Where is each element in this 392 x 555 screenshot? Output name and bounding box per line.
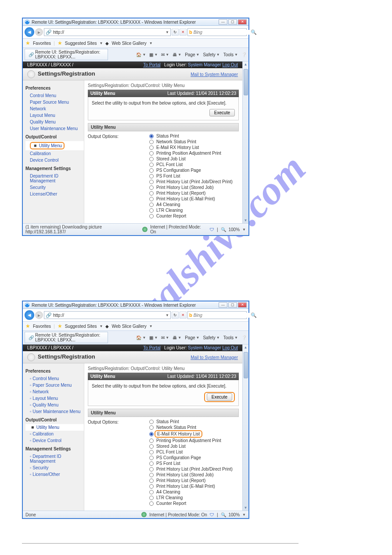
- sidebar-item-paper-source[interactable]: ▫ Paper Source Menu: [25, 382, 84, 388]
- stop-button[interactable]: ✕: [180, 29, 187, 36]
- refresh-button[interactable]: ↻: [172, 312, 179, 319]
- zoom-dropdown-icon[interactable]: ▼: [242, 513, 246, 517]
- sidebar-item-paper-source[interactable]: Paper Source Menu: [25, 99, 84, 105]
- web-slice-link[interactable]: Web Slice Gallery: [111, 324, 146, 329]
- sidebar-item-dept-id[interactable]: ▫ Department ID Management: [25, 453, 84, 464]
- sidebar-item-network[interactable]: Network: [25, 105, 84, 112]
- web-slice-link[interactable]: Web Slice Gallery: [111, 41, 146, 46]
- radio-input[interactable]: [149, 473, 154, 477]
- zoom-icon[interactable]: 🔍: [221, 227, 226, 232]
- radio-input[interactable]: [149, 151, 154, 156]
- mail-to-manager-link[interactable]: Mail to System Manager: [191, 72, 238, 77]
- radio-input[interactable]: [149, 496, 154, 500]
- radio-input[interactable]: [149, 501, 154, 506]
- sidebar-item-device-control[interactable]: ▫ Device Control: [25, 437, 84, 444]
- sidebar-item-user-maint[interactable]: User Maintenance Menu: [25, 125, 84, 132]
- sidebar-item-utility-menu[interactable]: ◾ Utility Menu: [25, 424, 84, 431]
- radio-option[interactable]: LTR Cleaning: [149, 207, 233, 213]
- page-menu[interactable]: Page▼: [185, 52, 199, 57]
- radio-option[interactable]: A4 Cleaning: [149, 202, 233, 207]
- browser-tab[interactable]: 🔗 Remote UI: Settings/Registration: LBPX…: [25, 49, 108, 60]
- sidebar-item-layout[interactable]: Layout Menu: [25, 112, 84, 119]
- maximize-button[interactable]: ▢: [228, 19, 237, 25]
- mail-to-manager-link[interactable]: Mail to System Manager: [191, 355, 238, 360]
- radio-input[interactable]: [149, 174, 154, 178]
- radio-option[interactable]: PS Font List: [149, 173, 233, 179]
- radio-option[interactable]: Counter Report: [149, 501, 233, 506]
- radio-option[interactable]: PCL Font List: [149, 449, 233, 455]
- address-bar[interactable]: 🔗 ▼: [44, 311, 171, 319]
- search-input[interactable]: [194, 30, 249, 35]
- radio-input[interactable]: [149, 214, 154, 218]
- print-icon[interactable]: 🖶▼: [173, 52, 181, 57]
- mail-icon[interactable]: ✉▼: [161, 52, 169, 57]
- zoom-icon[interactable]: 🔍: [221, 512, 226, 517]
- url-input[interactable]: [53, 30, 164, 35]
- sidebar-item-dept-id[interactable]: Department ID Management: [25, 173, 84, 184]
- radio-option[interactable]: Print History List (Stored Job): [149, 185, 233, 190]
- titlebar[interactable]: Remote UI: Settings/Registration: LBPXXX…: [23, 301, 248, 309]
- help-icon[interactable]: ❔: [241, 52, 247, 57]
- scroll-up-icon[interactable]: ▲: [244, 62, 248, 67]
- radio-input[interactable]: [149, 168, 154, 173]
- favorites-star-icon[interactable]: ★: [25, 323, 30, 329]
- search-icon[interactable]: 🔍: [251, 312, 257, 318]
- refresh-button[interactable]: ↻: [172, 29, 179, 36]
- radio-option[interactable]: Print History List (Print Job/Direct Pri…: [149, 179, 233, 185]
- radio-option[interactable]: Printing Position Adjustment Print: [149, 150, 233, 156]
- sidebar-item-quality[interactable]: ▫ Quality Menu: [25, 402, 84, 408]
- minimize-button[interactable]: —: [219, 19, 227, 25]
- favorites-label[interactable]: Favorites: [33, 41, 51, 46]
- radio-input[interactable]: [149, 420, 154, 424]
- radio-input[interactable]: [149, 180, 154, 184]
- url-dropdown-icon[interactable]: ▼: [165, 313, 169, 317]
- radio-option[interactable]: A4 Cleaning: [149, 489, 233, 495]
- sidebar-item-license[interactable]: License/Other: [25, 191, 84, 197]
- radio-option[interactable]: Network Status Print: [149, 139, 233, 145]
- home-icon[interactable]: 🏠▼: [136, 335, 146, 340]
- help-icon[interactable]: ❔: [241, 335, 247, 340]
- sidebar-item-security[interactable]: Security: [25, 184, 84, 191]
- stop-button[interactable]: ✕: [180, 312, 187, 319]
- radio-option[interactable]: PS Configuration Page: [149, 167, 233, 173]
- suggested-sites-link[interactable]: Suggested Sites: [65, 41, 97, 46]
- scroll-down-icon[interactable]: ▼: [244, 505, 248, 511]
- radio-input[interactable]: [149, 456, 154, 460]
- radio-option[interactable]: PCL Font List: [149, 162, 233, 167]
- minimize-button[interactable]: —: [219, 302, 227, 308]
- execute-button[interactable]: Execute: [209, 109, 235, 116]
- browser-tab[interactable]: 🔗 Remote UI: Settings/Registration: LBPX…: [25, 332, 108, 343]
- print-icon[interactable]: 🖶▼: [173, 335, 181, 340]
- radio-input[interactable]: [149, 208, 154, 213]
- search-input[interactable]: [194, 313, 249, 318]
- search-icon[interactable]: 🔍: [251, 29, 257, 35]
- feeds-icon[interactable]: ▦▼: [149, 52, 158, 57]
- to-portal-link[interactable]: To Portal: [143, 345, 160, 350]
- feeds-icon[interactable]: ▦▼: [149, 335, 158, 340]
- search-box[interactable]: b 🔍: [187, 311, 247, 319]
- close-button[interactable]: ✕: [238, 19, 247, 25]
- radio-input[interactable]: [149, 479, 154, 483]
- execute-button[interactable]: Execute: [207, 393, 232, 401]
- radio-option[interactable]: PS Font List: [149, 461, 233, 466]
- radio-input[interactable]: [149, 450, 154, 454]
- radio-input[interactable]: [149, 163, 154, 167]
- tools-menu[interactable]: Tools▼: [223, 52, 238, 57]
- safety-menu[interactable]: Safety▼: [203, 335, 219, 340]
- address-bar[interactable]: 🔗 ▼: [44, 28, 171, 36]
- safety-menu[interactable]: Safety▼: [203, 52, 219, 57]
- home-icon[interactable]: 🏠▼: [136, 52, 146, 57]
- close-button[interactable]: ✕: [238, 302, 247, 308]
- radio-option[interactable]: Print History List (Report): [149, 190, 233, 196]
- radio-option[interactable]: PS Configuration Page: [149, 455, 233, 461]
- radio-option[interactable]: Stored Job List: [149, 156, 233, 162]
- radio-option[interactable]: Status Print: [149, 133, 233, 139]
- sidebar-item-control-menu[interactable]: Control Menu: [25, 92, 84, 99]
- radio-input[interactable]: [149, 439, 154, 443]
- radio-option[interactable]: Network Status Print: [149, 424, 233, 430]
- back-button[interactable]: ◄: [25, 310, 34, 320]
- radio-input[interactable]: [149, 191, 154, 196]
- scroll-thumb[interactable]: [244, 352, 248, 378]
- maximize-button[interactable]: ▢: [228, 302, 237, 308]
- sidebar-item-network[interactable]: ▫ Network: [25, 388, 84, 395]
